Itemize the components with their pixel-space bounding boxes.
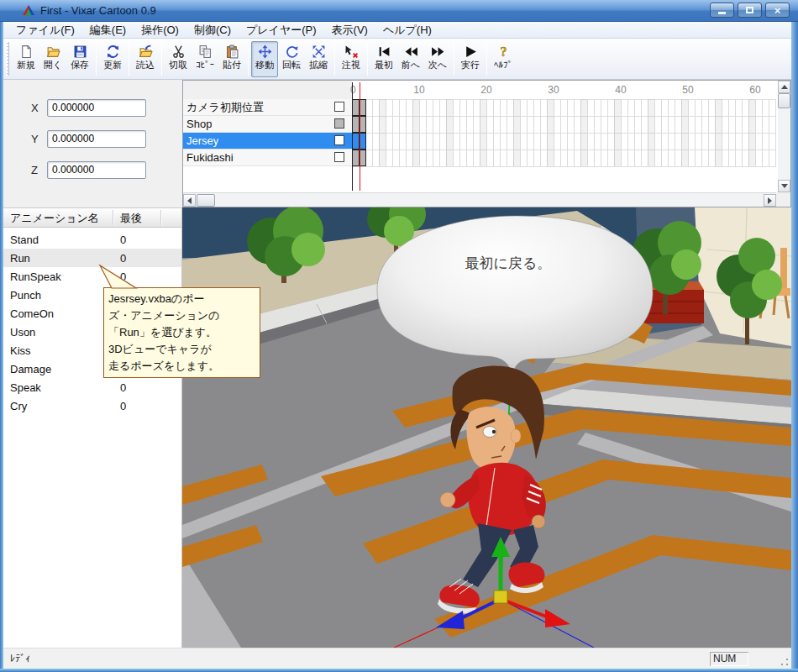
timeline-horizontal-scrollbar[interactable] bbox=[183, 192, 776, 207]
tooltip-line: Jesrsey.vxbaのポー bbox=[108, 291, 255, 307]
toolbar-separator bbox=[96, 42, 97, 76]
move-button[interactable]: 移動 bbox=[251, 41, 278, 77]
copy-button[interactable]: ｺﾋﾟｰ bbox=[192, 41, 218, 77]
help-tooltip: Jesrsey.vxbaのポー ズ・アニメーションの 「Run」を選びます。 3… bbox=[103, 287, 260, 378]
new-document-icon bbox=[19, 45, 34, 59]
toolbar-separator bbox=[129, 42, 129, 76]
viewport-3d[interactable]: 最初に戻る。 bbox=[182, 207, 791, 648]
open-folder-icon bbox=[46, 45, 60, 59]
timeline-grid[interactable] bbox=[352, 99, 776, 167]
animation-row-speak[interactable]: Speak0 bbox=[3, 378, 181, 396]
animation-list-header: アニメーション名 最後 bbox=[3, 208, 181, 228]
open-button[interactable]: 開く bbox=[39, 41, 66, 77]
refresh-icon bbox=[106, 45, 120, 59]
menubar: ファイル(F) 編集(E) 操作(O) 制御(C) プレイヤー(P) 表示(V)… bbox=[3, 22, 791, 39]
transform-panel: X Y Z bbox=[3, 80, 182, 207]
animation-row-run[interactable]: Run0 bbox=[3, 249, 181, 267]
prev-frame-button[interactable]: 前へ bbox=[397, 41, 424, 77]
app-logo-icon bbox=[22, 4, 35, 18]
new-button[interactable]: 新規 bbox=[13, 41, 39, 77]
menu-help[interactable]: ヘルプ(H) bbox=[375, 21, 439, 39]
titlebar[interactable]: First - Vixar Cartoon 0.9 × bbox=[0, 0, 798, 22]
copy-icon bbox=[198, 45, 213, 59]
toolbar: 新規 開く 保存 更新 bbox=[3, 39, 791, 80]
track-fukidashi-checkbox[interactable] bbox=[334, 152, 344, 162]
toolbar-separator bbox=[454, 42, 454, 76]
window-border-right bbox=[791, 22, 798, 672]
scale-icon bbox=[312, 45, 326, 59]
menu-view[interactable]: 表示(V) bbox=[324, 21, 375, 39]
minimize-icon bbox=[718, 12, 726, 14]
track-jersey-checkbox[interactable] bbox=[334, 135, 344, 145]
axis-y-input[interactable] bbox=[47, 130, 146, 148]
track-row-fukidashi[interactable]: Fukidashi bbox=[183, 150, 352, 166]
run-button[interactable]: 実行 bbox=[457, 41, 484, 77]
save-button[interactable]: 保存 bbox=[66, 41, 93, 77]
next-frame-button[interactable]: 次へ bbox=[424, 41, 451, 77]
menu-operation[interactable]: 操作(O) bbox=[134, 21, 186, 39]
tooltip-line: 走るポーズをします。 bbox=[108, 358, 255, 375]
load-button[interactable]: 読込 bbox=[132, 41, 159, 77]
arrow-down-icon bbox=[781, 184, 788, 192]
ruler-tick: 60 bbox=[743, 84, 768, 96]
track-shop-checkbox[interactable] bbox=[334, 118, 344, 129]
paste-button[interactable]: 貼付 bbox=[218, 41, 245, 77]
import-icon bbox=[139, 45, 153, 59]
maximize-button[interactable] bbox=[738, 3, 762, 18]
ruler-tick: 30 bbox=[541, 84, 566, 96]
menu-player[interactable]: プレイヤー(P) bbox=[239, 21, 324, 39]
save-icon bbox=[73, 45, 87, 59]
vertical-scroll-thumb[interactable] bbox=[778, 93, 790, 108]
help-button[interactable]: ? ﾍﾙﾌﾟ bbox=[490, 41, 517, 77]
playhead[interactable] bbox=[360, 82, 360, 191]
animation-row-runspeak[interactable]: RunSpeak0 bbox=[3, 267, 181, 286]
look-at-icon bbox=[344, 45, 359, 59]
axis-x-input[interactable] bbox=[47, 99, 146, 117]
toolbar-grip[interactable] bbox=[6, 42, 9, 76]
prev-frame-icon bbox=[404, 45, 418, 59]
ruler-tick: 40 bbox=[608, 84, 633, 96]
track-camera-checkbox[interactable] bbox=[334, 102, 344, 112]
axis-z-input[interactable] bbox=[47, 161, 146, 179]
ruler-tick: 0 bbox=[350, 84, 356, 96]
menu-edit[interactable]: 編集(E) bbox=[82, 21, 134, 39]
resize-grip[interactable] bbox=[780, 658, 789, 666]
scroll-down-button[interactable] bbox=[778, 180, 790, 192]
maximize-icon bbox=[746, 7, 753, 13]
horizontal-scroll-thumb[interactable] bbox=[197, 194, 215, 207]
tooltip-line: 「Run」を選びます。 bbox=[108, 324, 255, 341]
timeline-track-header bbox=[183, 81, 352, 99]
look-at-button[interactable]: 注視 bbox=[338, 41, 365, 77]
svg-text:?: ? bbox=[500, 45, 507, 59]
minimize-button[interactable] bbox=[710, 3, 734, 18]
update-button[interactable]: 更新 bbox=[99, 41, 126, 77]
close-icon: × bbox=[774, 5, 781, 16]
first-frame-icon bbox=[377, 45, 391, 59]
rotate-button[interactable]: 回転 bbox=[278, 41, 305, 77]
paste-icon bbox=[225, 45, 239, 59]
track-row-jersey[interactable]: Jersey bbox=[183, 133, 352, 150]
header-divider bbox=[160, 210, 161, 225]
scroll-right-button[interactable] bbox=[764, 194, 776, 207]
timeline-vertical-scrollbar[interactable] bbox=[778, 81, 790, 192]
menu-control[interactable]: 制御(C) bbox=[186, 21, 239, 39]
arrow-left-icon bbox=[184, 197, 192, 204]
animation-row-stand[interactable]: Stand0 bbox=[3, 230, 181, 249]
scroll-left-button[interactable] bbox=[183, 194, 196, 207]
scroll-up-button[interactable] bbox=[778, 81, 790, 93]
close-button[interactable]: × bbox=[765, 3, 790, 18]
animation-row-cry[interactable]: Cry0 bbox=[3, 396, 181, 415]
menu-file[interactable]: ファイル(F) bbox=[8, 21, 82, 39]
statusbar: ﾚﾃﾞｨ NUM bbox=[3, 648, 791, 669]
cut-button[interactable]: 切取 bbox=[165, 41, 192, 77]
tooltip-line: ズ・アニメーションの bbox=[108, 307, 255, 324]
track-row-shop[interactable]: Shop bbox=[183, 116, 352, 133]
tooltip-pointer bbox=[97, 264, 141, 289]
scale-button[interactable]: 拡縮 bbox=[305, 41, 332, 77]
track-row-camera[interactable]: カメラ初期位置 bbox=[183, 99, 352, 116]
first-frame-button[interactable]: 最初 bbox=[370, 41, 397, 77]
status-message: ﾚﾃﾞｨ bbox=[10, 653, 30, 664]
cut-icon bbox=[171, 45, 186, 59]
axis-z-label: Z bbox=[31, 164, 43, 176]
num-lock-indicator: NUM bbox=[710, 652, 748, 666]
